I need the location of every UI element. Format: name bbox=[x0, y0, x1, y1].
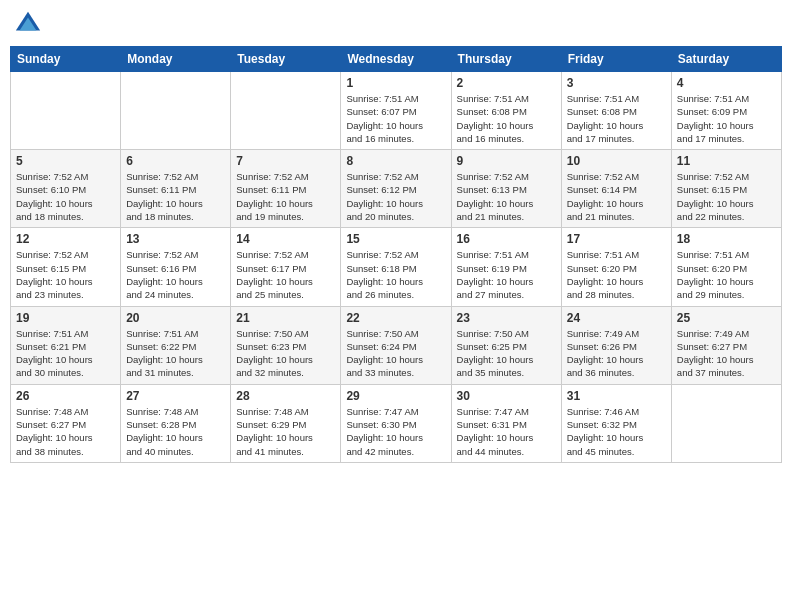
day-info: Sunrise: 7:52 AM Sunset: 6:12 PM Dayligh… bbox=[346, 170, 445, 223]
day-number: 3 bbox=[567, 76, 666, 90]
day-info: Sunrise: 7:48 AM Sunset: 6:28 PM Dayligh… bbox=[126, 405, 225, 458]
day-number: 17 bbox=[567, 232, 666, 246]
day-info: Sunrise: 7:51 AM Sunset: 6:19 PM Dayligh… bbox=[457, 248, 556, 301]
calendar-cell: 21Sunrise: 7:50 AM Sunset: 6:23 PM Dayli… bbox=[231, 306, 341, 384]
calendar-week-row: 1Sunrise: 7:51 AM Sunset: 6:07 PM Daylig… bbox=[11, 72, 782, 150]
calendar-cell bbox=[11, 72, 121, 150]
calendar-cell: 29Sunrise: 7:47 AM Sunset: 6:30 PM Dayli… bbox=[341, 384, 451, 462]
day-info: Sunrise: 7:52 AM Sunset: 6:16 PM Dayligh… bbox=[126, 248, 225, 301]
calendar-cell: 2Sunrise: 7:51 AM Sunset: 6:08 PM Daylig… bbox=[451, 72, 561, 150]
day-info: Sunrise: 7:51 AM Sunset: 6:21 PM Dayligh… bbox=[16, 327, 115, 380]
day-number: 9 bbox=[457, 154, 556, 168]
day-number: 23 bbox=[457, 311, 556, 325]
day-info: Sunrise: 7:52 AM Sunset: 6:17 PM Dayligh… bbox=[236, 248, 335, 301]
day-info: Sunrise: 7:51 AM Sunset: 6:09 PM Dayligh… bbox=[677, 92, 776, 145]
day-of-week-header: Friday bbox=[561, 47, 671, 72]
day-number: 10 bbox=[567, 154, 666, 168]
day-info: Sunrise: 7:49 AM Sunset: 6:26 PM Dayligh… bbox=[567, 327, 666, 380]
day-number: 16 bbox=[457, 232, 556, 246]
day-number: 7 bbox=[236, 154, 335, 168]
day-info: Sunrise: 7:52 AM Sunset: 6:18 PM Dayligh… bbox=[346, 248, 445, 301]
calendar-week-row: 12Sunrise: 7:52 AM Sunset: 6:15 PM Dayli… bbox=[11, 228, 782, 306]
calendar-week-row: 26Sunrise: 7:48 AM Sunset: 6:27 PM Dayli… bbox=[11, 384, 782, 462]
day-of-week-header: Thursday bbox=[451, 47, 561, 72]
calendar-cell: 9Sunrise: 7:52 AM Sunset: 6:13 PM Daylig… bbox=[451, 150, 561, 228]
day-number: 4 bbox=[677, 76, 776, 90]
day-of-week-header: Sunday bbox=[11, 47, 121, 72]
calendar-cell: 27Sunrise: 7:48 AM Sunset: 6:28 PM Dayli… bbox=[121, 384, 231, 462]
calendar-cell: 1Sunrise: 7:51 AM Sunset: 6:07 PM Daylig… bbox=[341, 72, 451, 150]
page-header bbox=[10, 10, 782, 38]
calendar-cell: 19Sunrise: 7:51 AM Sunset: 6:21 PM Dayli… bbox=[11, 306, 121, 384]
day-info: Sunrise: 7:51 AM Sunset: 6:08 PM Dayligh… bbox=[457, 92, 556, 145]
calendar-week-row: 19Sunrise: 7:51 AM Sunset: 6:21 PM Dayli… bbox=[11, 306, 782, 384]
day-info: Sunrise: 7:51 AM Sunset: 6:22 PM Dayligh… bbox=[126, 327, 225, 380]
logo bbox=[14, 10, 46, 38]
day-info: Sunrise: 7:50 AM Sunset: 6:25 PM Dayligh… bbox=[457, 327, 556, 380]
day-info: Sunrise: 7:52 AM Sunset: 6:13 PM Dayligh… bbox=[457, 170, 556, 223]
day-number: 27 bbox=[126, 389, 225, 403]
calendar-cell: 25Sunrise: 7:49 AM Sunset: 6:27 PM Dayli… bbox=[671, 306, 781, 384]
day-number: 28 bbox=[236, 389, 335, 403]
day-number: 6 bbox=[126, 154, 225, 168]
calendar-cell: 23Sunrise: 7:50 AM Sunset: 6:25 PM Dayli… bbox=[451, 306, 561, 384]
day-info: Sunrise: 7:52 AM Sunset: 6:11 PM Dayligh… bbox=[236, 170, 335, 223]
day-info: Sunrise: 7:48 AM Sunset: 6:27 PM Dayligh… bbox=[16, 405, 115, 458]
day-number: 5 bbox=[16, 154, 115, 168]
day-info: Sunrise: 7:51 AM Sunset: 6:08 PM Dayligh… bbox=[567, 92, 666, 145]
day-number: 8 bbox=[346, 154, 445, 168]
day-number: 15 bbox=[346, 232, 445, 246]
calendar-cell: 4Sunrise: 7:51 AM Sunset: 6:09 PM Daylig… bbox=[671, 72, 781, 150]
calendar-cell: 11Sunrise: 7:52 AM Sunset: 6:15 PM Dayli… bbox=[671, 150, 781, 228]
day-number: 26 bbox=[16, 389, 115, 403]
calendar-cell: 15Sunrise: 7:52 AM Sunset: 6:18 PM Dayli… bbox=[341, 228, 451, 306]
calendar-cell: 14Sunrise: 7:52 AM Sunset: 6:17 PM Dayli… bbox=[231, 228, 341, 306]
day-number: 31 bbox=[567, 389, 666, 403]
day-info: Sunrise: 7:52 AM Sunset: 6:15 PM Dayligh… bbox=[677, 170, 776, 223]
day-number: 2 bbox=[457, 76, 556, 90]
day-info: Sunrise: 7:50 AM Sunset: 6:24 PM Dayligh… bbox=[346, 327, 445, 380]
day-of-week-header: Tuesday bbox=[231, 47, 341, 72]
calendar-cell: 13Sunrise: 7:52 AM Sunset: 6:16 PM Dayli… bbox=[121, 228, 231, 306]
day-number: 21 bbox=[236, 311, 335, 325]
day-info: Sunrise: 7:51 AM Sunset: 6:20 PM Dayligh… bbox=[677, 248, 776, 301]
day-info: Sunrise: 7:49 AM Sunset: 6:27 PM Dayligh… bbox=[677, 327, 776, 380]
calendar-cell: 18Sunrise: 7:51 AM Sunset: 6:20 PM Dayli… bbox=[671, 228, 781, 306]
calendar-cell bbox=[671, 384, 781, 462]
calendar-cell: 5Sunrise: 7:52 AM Sunset: 6:10 PM Daylig… bbox=[11, 150, 121, 228]
day-info: Sunrise: 7:52 AM Sunset: 6:10 PM Dayligh… bbox=[16, 170, 115, 223]
calendar-cell: 3Sunrise: 7:51 AM Sunset: 6:08 PM Daylig… bbox=[561, 72, 671, 150]
calendar-cell: 10Sunrise: 7:52 AM Sunset: 6:14 PM Dayli… bbox=[561, 150, 671, 228]
calendar-cell: 28Sunrise: 7:48 AM Sunset: 6:29 PM Dayli… bbox=[231, 384, 341, 462]
day-number: 12 bbox=[16, 232, 115, 246]
day-number: 22 bbox=[346, 311, 445, 325]
day-number: 30 bbox=[457, 389, 556, 403]
calendar-cell: 7Sunrise: 7:52 AM Sunset: 6:11 PM Daylig… bbox=[231, 150, 341, 228]
day-of-week-header: Saturday bbox=[671, 47, 781, 72]
day-info: Sunrise: 7:52 AM Sunset: 6:11 PM Dayligh… bbox=[126, 170, 225, 223]
day-of-week-header: Monday bbox=[121, 47, 231, 72]
day-info: Sunrise: 7:48 AM Sunset: 6:29 PM Dayligh… bbox=[236, 405, 335, 458]
day-number: 18 bbox=[677, 232, 776, 246]
day-number: 19 bbox=[16, 311, 115, 325]
calendar-cell: 8Sunrise: 7:52 AM Sunset: 6:12 PM Daylig… bbox=[341, 150, 451, 228]
day-info: Sunrise: 7:52 AM Sunset: 6:15 PM Dayligh… bbox=[16, 248, 115, 301]
day-number: 20 bbox=[126, 311, 225, 325]
calendar-cell: 31Sunrise: 7:46 AM Sunset: 6:32 PM Dayli… bbox=[561, 384, 671, 462]
calendar-cell: 22Sunrise: 7:50 AM Sunset: 6:24 PM Dayli… bbox=[341, 306, 451, 384]
day-info: Sunrise: 7:46 AM Sunset: 6:32 PM Dayligh… bbox=[567, 405, 666, 458]
calendar-cell: 24Sunrise: 7:49 AM Sunset: 6:26 PM Dayli… bbox=[561, 306, 671, 384]
calendar-cell: 26Sunrise: 7:48 AM Sunset: 6:27 PM Dayli… bbox=[11, 384, 121, 462]
calendar-cell: 20Sunrise: 7:51 AM Sunset: 6:22 PM Dayli… bbox=[121, 306, 231, 384]
calendar-week-row: 5Sunrise: 7:52 AM Sunset: 6:10 PM Daylig… bbox=[11, 150, 782, 228]
calendar-cell: 30Sunrise: 7:47 AM Sunset: 6:31 PM Dayli… bbox=[451, 384, 561, 462]
calendar-cell bbox=[231, 72, 341, 150]
day-info: Sunrise: 7:50 AM Sunset: 6:23 PM Dayligh… bbox=[236, 327, 335, 380]
day-info: Sunrise: 7:47 AM Sunset: 6:31 PM Dayligh… bbox=[457, 405, 556, 458]
day-number: 25 bbox=[677, 311, 776, 325]
day-number: 1 bbox=[346, 76, 445, 90]
calendar-table: SundayMondayTuesdayWednesdayThursdayFrid… bbox=[10, 46, 782, 463]
logo-icon bbox=[14, 10, 42, 38]
calendar-cell bbox=[121, 72, 231, 150]
day-of-week-header: Wednesday bbox=[341, 47, 451, 72]
